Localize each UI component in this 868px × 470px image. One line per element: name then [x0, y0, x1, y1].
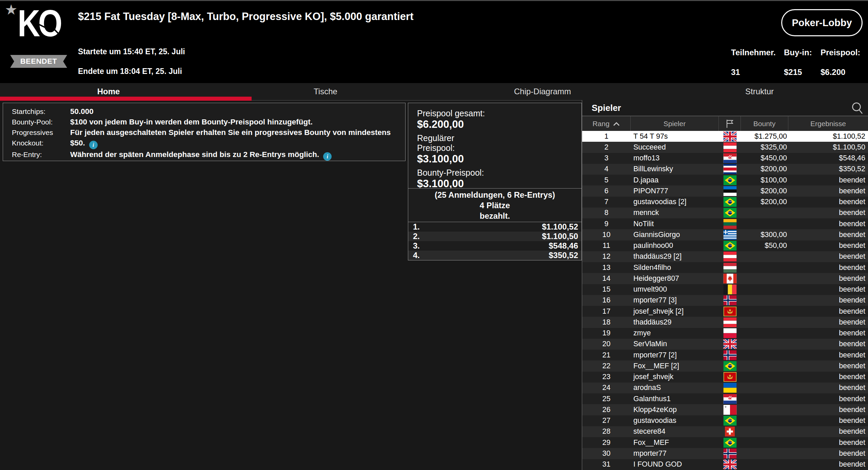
table-row[interactable]: 13Silden4filhobeendet [582, 262, 868, 273]
table-row[interactable]: 27gustavoodiasbeendet [582, 415, 868, 426]
player-name: thaddäus29 [631, 317, 719, 328]
player-bounty [741, 459, 788, 470]
table-row[interactable]: 6PIPON777$200,00beendet [582, 185, 868, 196]
info-row: Re-Entry:Während der späten Anmeldephase… [12, 149, 405, 161]
tab-chip-diagramm[interactable]: Chip-Diagramm [434, 83, 651, 100]
poker-lobby-button[interactable]: Poker-Lobby [781, 9, 863, 36]
player-result: beendet [788, 262, 868, 273]
player-rank: 14 [582, 273, 631, 284]
flag-icon-br [719, 208, 741, 218]
player-rank: 12 [582, 251, 631, 262]
player-result: beendet [788, 437, 868, 448]
table-row[interactable]: 8mennckbeendet [582, 208, 868, 218]
table-row[interactable]: 31I FOUND GODbeendet [582, 459, 868, 470]
payout-row: 3.$548,46 [408, 241, 581, 251]
flag-icon-br [719, 437, 741, 448]
player-bounty: $300,00 [741, 229, 788, 240]
prize-pool-label: Preispool: [417, 143, 581, 153]
info-row-label: Knockout: [12, 138, 70, 149]
flag-icon-gr [719, 229, 741, 240]
table-row[interactable]: 15umvelt900beendet [582, 284, 868, 295]
table-row[interactable]: 28stecere84beendet [582, 426, 868, 437]
player-rank: 7 [582, 197, 631, 208]
table-row[interactable]: 4BillLewinsky$200,00$350,52 [582, 164, 868, 175]
header-banner: ★ KO BEENDET $215 Fat Tuesday [8-Max, Tu… [0, 1, 868, 83]
table-row[interactable]: 5D.japaa$100,00beendet [582, 175, 868, 185]
player-bounty: $50,00 [741, 240, 788, 251]
flag-icon-br [719, 360, 741, 371]
flag-icon-br [719, 197, 741, 208]
column-header-label: Ergebnisse [810, 120, 846, 128]
table-row[interactable]: 10GiannisGiorgo$300,00beendet [582, 229, 868, 240]
stat-value: $6.200 [821, 67, 860, 77]
info-icon[interactable]: i [323, 152, 332, 161]
player-result: beendet [788, 197, 868, 208]
player-bounty [741, 437, 788, 448]
table-row[interactable]: 23josef_shvejkbeendet [582, 372, 868, 383]
active-tab-underline [0, 97, 252, 101]
column-header-rank[interactable]: Rang [582, 116, 631, 131]
end-time: Endete um 18:04 ET, 25. Juli [78, 67, 182, 76]
table-row[interactable]: 29Fox__MEFbeendet [582, 437, 868, 448]
table-row[interactable]: 17josef_shvejk [2]beendet [582, 306, 868, 317]
table-row[interactable]: 25Galanthus1beendet [582, 393, 868, 404]
player-bounty: $1.275,00 [741, 131, 788, 142]
flag-icon-no [719, 350, 741, 360]
table-row[interactable]: 14Heidegger807beendet [582, 273, 868, 284]
player-rank: 10 [582, 229, 631, 240]
player-name: Silden4filho [631, 262, 719, 273]
table-row[interactable]: 11paulinhoo00$50,00beendet [582, 240, 868, 251]
column-header-name[interactable]: Spieler [631, 116, 719, 131]
info-row-value: $50.i [70, 138, 98, 149]
player-result: beendet [788, 185, 868, 196]
table-row[interactable]: 22Fox__MEF [2]beendet [582, 360, 868, 371]
table-row[interactable]: 19zmyebeendet [582, 328, 868, 339]
player-name: josef_shvejk [2] [631, 306, 719, 317]
favorite-star-icon[interactable]: ★ [5, 1, 18, 19]
tab-struktur[interactable]: Struktur [651, 83, 868, 100]
prize-pools: Preispool gesamt:$6.200,00RegulärerPreis… [408, 103, 581, 189]
table-row[interactable]: 7gustavoodias [2]$200,00beendet [582, 197, 868, 208]
player-rank: 16 [582, 295, 631, 306]
flag-icon-cr [719, 164, 741, 175]
info-row: Knockout:$50.i [12, 138, 405, 149]
table-row[interactable]: 1T 54 T 97s$1.275,00$1.100,52 [582, 131, 868, 142]
table-row[interactable]: 18thaddäus29beendet [582, 317, 868, 328]
player-bounty: $200,00 [741, 164, 788, 175]
player-rank: 24 [582, 383, 631, 393]
column-header-result[interactable]: Ergebnisse [788, 116, 868, 131]
column-header-bounty[interactable]: Bounty [741, 116, 788, 131]
table-row[interactable]: 3moffo13$450,00$548,46 [582, 153, 868, 164]
table-row[interactable]: 9NoTilitbeendet [582, 218, 868, 229]
player-result: beendet [788, 284, 868, 295]
player-bounty [741, 273, 788, 284]
table-row[interactable]: 24arodnaSbeendet [582, 383, 868, 393]
flag-icon-at [719, 142, 741, 153]
table-row[interactable]: 20SerVlaMinbeendet [582, 339, 868, 350]
search-icon[interactable] [851, 102, 864, 118]
table-row[interactable]: 26Klopp4zeKopbeendet [582, 404, 868, 415]
player-rank: 22 [582, 360, 631, 371]
player-rank: 13 [582, 262, 631, 273]
player-name: paulinhoo00 [631, 240, 719, 251]
player-rank: 30 [582, 448, 631, 459]
table-row[interactable]: 21mporter77 [2]beendet [582, 350, 868, 360]
table-row[interactable]: 30mporter77beendet [582, 448, 868, 459]
table-row[interactable]: 12thaddäus29 [2]beendet [582, 251, 868, 262]
player-rank: 3 [582, 153, 631, 164]
stat-value: $215 [784, 67, 812, 77]
table-row[interactable]: 2Succeeed$325,00$1.100,50 [582, 142, 868, 153]
player-result: beendet [788, 328, 868, 339]
flag-icon-br [719, 240, 741, 251]
table-row[interactable]: 16mporter77 [3]beendet [582, 295, 868, 306]
flag-icon-at [719, 317, 741, 328]
player-name: PIPON777 [631, 185, 719, 196]
player-name: Heidegger807 [631, 273, 719, 284]
prize-pool-amount: $3.100,00 [417, 178, 581, 189]
column-header-flag[interactable] [719, 116, 741, 131]
players-panel: Spieler RangSpielerBountyErgebnisse 1T 5… [582, 100, 868, 470]
player-bounty: $200,00 [741, 197, 788, 208]
info-icon[interactable]: i [89, 141, 98, 149]
column-header-label: Bounty [753, 120, 775, 128]
places-paid-line1: 4 Plätze [480, 200, 510, 211]
